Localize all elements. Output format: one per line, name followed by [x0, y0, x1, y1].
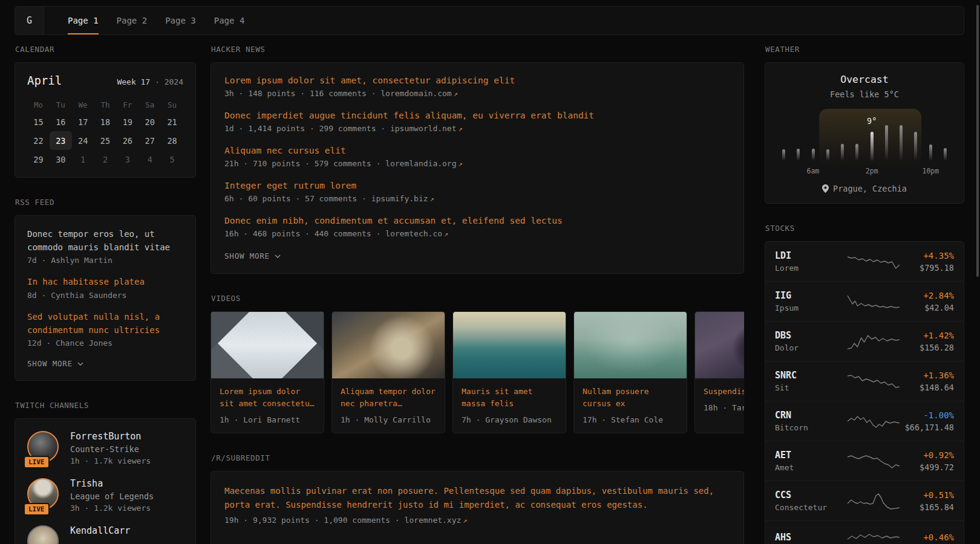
- video-thumbnail[interactable]: [574, 312, 687, 378]
- video-card[interactable]: Aliquam tempor dolor nec pharetra… 1h · …: [332, 311, 445, 433]
- video-title[interactable]: Suspendisse diam: [704, 386, 744, 398]
- video-thumbnail[interactable]: [211, 312, 324, 378]
- tab-page-2[interactable]: Page 2: [108, 7, 157, 34]
- video-card[interactable]: Suspendisse diam 18h · Tara: [694, 311, 744, 433]
- calendar-day: 24: [72, 131, 94, 150]
- rss-item-title[interactable]: In hac habitasse platea: [27, 276, 183, 289]
- avatar[interactable]: [27, 525, 59, 544]
- weather-condition: Overcast: [775, 74, 954, 85]
- calendar-day: 30: [50, 150, 72, 169]
- twitch-channel-name[interactable]: Trisha: [70, 478, 154, 489]
- video-card[interactable]: Mauris sit amet massa felis 7h · Grayson…: [452, 311, 566, 433]
- tab-page-1[interactable]: Page 1: [59, 7, 108, 34]
- video-card[interactable]: Nullam posuere cursus ex 17h · Stefan Co…: [573, 311, 687, 433]
- hn-item-domain[interactable]: loremlandia.org: [385, 159, 456, 168]
- hn-item-meta: 16h · 468 points · 440 comments · loremt…: [224, 229, 730, 238]
- current-temp-label: 9°: [867, 116, 877, 126]
- calendar-section-title: CALENDAR: [15, 45, 195, 54]
- time-label: 6am: [806, 167, 819, 175]
- stock-change: +0.46%: [902, 533, 954, 542]
- video-thumbnail[interactable]: [695, 312, 744, 378]
- page-scrollbar[interactable]: [976, 5, 979, 277]
- twitch-channel-name[interactable]: KendallCarr: [70, 525, 130, 536]
- reddit-post-domain[interactable]: loremnet.xyz: [404, 516, 461, 525]
- external-link-icon[interactable]: ↗: [459, 125, 463, 133]
- weather-time-labels: 6am 2pm 10pm: [782, 167, 947, 176]
- twitch-game[interactable]: Counter-Strike: [70, 444, 151, 454]
- rss-item: In hac habitasse platea 8d · Cynthia Sau…: [27, 276, 183, 300]
- hn-item-domain[interactable]: loremdomain.com: [381, 89, 451, 98]
- tab-page-3[interactable]: Page 3: [156, 7, 205, 34]
- hn-item-domain[interactable]: ipsumworld.net: [390, 124, 457, 133]
- video-title[interactable]: Lorem ipsum dolor sit amet consectetu…: [220, 386, 315, 410]
- video-meta: 17h · Stefan Cole: [583, 415, 678, 424]
- weather-bar: [841, 144, 844, 161]
- hn-item-title[interactable]: Lorem ipsum dolor sit amet, consectetur …: [224, 76, 730, 85]
- calendar-day-next-month: 1: [72, 150, 94, 169]
- reddit-post-title[interactable]: Maecenas mollis pulvinar erat non posuer…: [224, 484, 730, 512]
- video-title[interactable]: Mauris sit amet massa felis: [462, 386, 557, 410]
- videos-section: VIDEOS Lorem ipsum dolor sit amet consec…: [211, 294, 744, 433]
- hacker-news-section: HACKER NEWS Lorem ipsum dolor sit amet, …: [211, 45, 744, 274]
- app-logo[interactable]: G: [15, 7, 44, 34]
- hn-item-title[interactable]: Aliquam nec cursus elit: [224, 146, 730, 155]
- calendar-day-next-month: 2: [94, 150, 117, 169]
- hn-item: Integer eget rutrum lorem 6h · 60 points…: [224, 181, 730, 203]
- hn-item-title[interactable]: Donec enim nibh, condimentum et accumsan…: [224, 216, 730, 225]
- calendar-month: April: [27, 74, 62, 87]
- stock-identity: CRN Bitcorn: [775, 410, 846, 432]
- twitch-channel-info: Trisha League of Legends 3h · 1.2k viewe…: [70, 478, 154, 513]
- hn-item: Donec enim nibh, condimentum et accumsan…: [224, 216, 730, 238]
- weekday-label: Su: [161, 97, 183, 112]
- weather-location: Prague, Czechia: [775, 184, 954, 193]
- subreddit-section-title: /R/SUBREDDIT: [211, 453, 743, 462]
- hn-meta-text: 3h · 148 points · 116 comments ·: [224, 89, 381, 98]
- rss-show-more-button[interactable]: SHOW MORE: [27, 359, 183, 368]
- video-thumbnail[interactable]: [332, 312, 445, 378]
- stock-identity: SNRC Sit: [775, 370, 846, 392]
- video-meta: 1h · Molly Carrillo: [341, 415, 436, 424]
- time-label: 2pm: [866, 167, 878, 175]
- twitch-channel-info: ForrestBurton Counter-Strike 1h · 1.7k v…: [70, 431, 151, 465]
- stock-identity: CCS Consectetur: [775, 490, 846, 512]
- stock-ticker[interactable]: DBS: [775, 330, 846, 341]
- stock-ticker[interactable]: AET: [775, 450, 846, 461]
- rss-item-title[interactable]: Sed volutpat nulla nisl, a condimentum n…: [27, 311, 183, 337]
- stock-ticker[interactable]: LDI: [775, 250, 846, 261]
- hn-item-title[interactable]: Donec imperdiet augue tincidunt felis al…: [224, 111, 730, 120]
- twitch-game[interactable]: League of Legends: [70, 491, 154, 501]
- stock-ticker[interactable]: AHS: [775, 532, 846, 543]
- twitch-section-title: TWITCH CHANNELS: [15, 401, 195, 410]
- hn-item-domain[interactable]: ipsumify.biz: [371, 194, 428, 203]
- weekday-label: Mo: [27, 97, 50, 112]
- hn-item-domain[interactable]: loremtech.co: [385, 229, 442, 238]
- rss-item-title[interactable]: Donec tempor eros leo, ut commodo mauris…: [27, 228, 183, 254]
- external-link-icon[interactable]: ↗: [444, 230, 448, 238]
- tab-page-4[interactable]: Page 4: [205, 7, 254, 34]
- weather-bars: [782, 108, 947, 161]
- hn-meta-text: 6h · 60 points · 57 comments ·: [224, 194, 371, 203]
- stock-ticker[interactable]: IIG: [775, 290, 846, 301]
- left-column: CALENDAR April Week 17 · 2024 Mo Tu We T…: [15, 45, 196, 544]
- hn-show-more-button[interactable]: SHOW MORE: [224, 251, 730, 261]
- reddit-post: Maecenas mollis pulvinar erat non posuer…: [224, 484, 730, 525]
- video-title[interactable]: Aliquam tempor dolor nec pharetra…: [341, 386, 436, 410]
- hacker-news-widget: Lorem ipsum dolor sit amet, consectetur …: [211, 62, 744, 274]
- external-link-icon[interactable]: ↗: [454, 89, 458, 98]
- twitch-section: TWITCH CHANNELS LIVE ForrestBurton Count…: [15, 401, 196, 544]
- stock-values: +1.42% $156.28: [902, 331, 954, 352]
- stock-change: +0.51%: [902, 490, 954, 500]
- video-title[interactable]: Nullam posuere cursus ex: [583, 386, 678, 410]
- external-link-icon[interactable]: ↗: [430, 195, 434, 203]
- stock-ticker[interactable]: CCS: [775, 490, 846, 500]
- video-row: Lorem ipsum dolor sit amet consectetu… 1…: [211, 311, 744, 433]
- hn-item-title[interactable]: Integer eget rutrum lorem: [224, 181, 730, 190]
- weather-widget: Overcast Feels like 5°C: [765, 62, 964, 204]
- stock-ticker[interactable]: CRN: [775, 410, 846, 421]
- external-link-icon[interactable]: ↗: [459, 160, 463, 168]
- twitch-channel-name[interactable]: ForrestBurton: [70, 431, 151, 442]
- video-thumbnail[interactable]: [453, 312, 566, 378]
- video-card[interactable]: Lorem ipsum dolor sit amet consectetu… 1…: [211, 311, 324, 433]
- external-link-icon[interactable]: ↗: [463, 516, 467, 525]
- stock-ticker[interactable]: SNRC: [775, 370, 846, 381]
